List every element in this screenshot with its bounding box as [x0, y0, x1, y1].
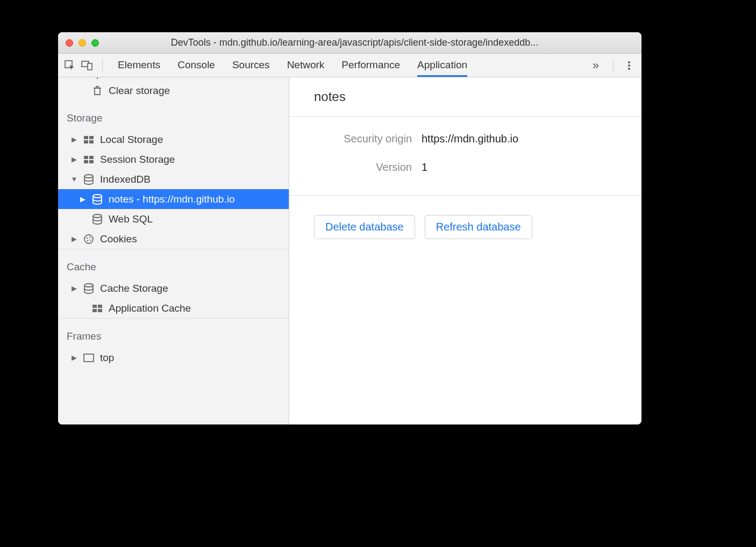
chevron-right-icon: ▶ — [80, 195, 86, 203]
grid-icon — [83, 154, 95, 165]
tab-application[interactable]: Application — [417, 54, 467, 77]
sidebar-item-indexeddb[interactable]: ▼ IndexedDB — [58, 169, 289, 189]
database-title: notes — [289, 77, 641, 117]
cookie-icon — [83, 233, 95, 245]
panel-tabs: Elements Console Sources Network Perform… — [118, 54, 583, 77]
trash-icon — [91, 85, 103, 97]
database-icon — [83, 174, 95, 185]
sidebar-item-label: Service Workers — [109, 77, 183, 80]
svg-rect-26 — [92, 309, 97, 312]
toolbar-separator — [613, 59, 614, 73]
tab-network[interactable]: Network — [287, 54, 325, 77]
tab-elements[interactable]: Elements — [118, 54, 160, 77]
application-sidebar: Service Workers Clear storage Storage ▶ … — [58, 77, 289, 424]
chevron-right-icon: ▶ — [71, 284, 77, 292]
toolbar-separator — [102, 59, 103, 73]
tab-performance[interactable]: Performance — [341, 54, 400, 77]
tab-sources[interactable]: Sources — [232, 54, 270, 77]
sidebar-item-label: Web SQL — [109, 213, 153, 225]
svg-rect-28 — [84, 354, 94, 362]
svg-rect-14 — [89, 160, 94, 163]
sidebar-item-label: Cookies — [100, 233, 137, 245]
frame-icon — [83, 352, 95, 364]
svg-rect-10 — [89, 140, 94, 143]
sidebar-item-session-storage[interactable]: ▶ Session Storage — [58, 149, 289, 169]
svg-point-3 — [628, 61, 630, 63]
tabs-overflow-icon[interactable]: » — [587, 59, 604, 73]
delete-database-button[interactable]: Delete database — [314, 215, 415, 239]
svg-point-23 — [84, 284, 93, 287]
sidebar-item-clear-storage[interactable]: Clear storage — [58, 81, 289, 100]
version-row: Version 1 — [314, 161, 617, 174]
sidebar-item-top-frame[interactable]: ▶ top — [58, 348, 289, 368]
svg-rect-27 — [98, 309, 102, 312]
main-panel: notes Security origin https://mdn.github… — [289, 77, 641, 424]
sidebar-item-indexeddb-notes[interactable]: ▶ notes - https://mdn.github.io — [58, 189, 289, 209]
database-icon — [91, 213, 103, 225]
svg-point-19 — [87, 237, 88, 239]
refresh-database-button[interactable]: Refresh database — [425, 215, 532, 239]
sidebar-section-frames: Frames — [58, 318, 289, 348]
sidebar-item-label: notes - https://mdn.github.io — [109, 193, 234, 205]
svg-rect-24 — [92, 305, 97, 308]
svg-point-5 — [628, 68, 630, 70]
chevron-down-icon: ▼ — [71, 175, 77, 183]
chevron-right-icon: ▶ — [71, 235, 77, 243]
database-icon — [91, 193, 103, 205]
security-origin-row: Security origin https://mdn.github.io — [314, 133, 617, 145]
sidebar-item-label: Application Cache — [109, 303, 191, 314]
svg-rect-13 — [84, 160, 88, 163]
tab-console[interactable]: Console — [177, 54, 215, 77]
svg-rect-9 — [84, 140, 88, 143]
database-icon — [83, 283, 95, 294]
sidebar-item-application-cache[interactable]: Application Cache — [58, 298, 289, 318]
database-actions: Delete database Refresh database — [289, 196, 641, 258]
sidebar-item-cache-storage[interactable]: ▶ Cache Storage — [58, 278, 289, 298]
svg-rect-12 — [89, 156, 94, 159]
chevron-right-icon: ▶ — [71, 135, 77, 143]
sidebar-section-cache: Cache — [58, 249, 289, 278]
sidebar-item-label: Session Storage — [100, 154, 175, 165]
device-toggle-icon[interactable] — [81, 59, 94, 72]
sidebar-section-storage: Storage — [58, 107, 289, 129]
svg-point-22 — [87, 240, 89, 241]
sidebar-item-local-storage[interactable]: ▶ Local Storage — [58, 129, 289, 149]
database-info: Security origin https://mdn.github.io Ve… — [289, 117, 641, 196]
sidebar-item-label: top — [100, 352, 114, 364]
sidebar-item-label: Cache Storage — [100, 283, 168, 294]
svg-point-18 — [84, 235, 93, 243]
grid-icon — [83, 134, 95, 146]
svg-point-15 — [84, 175, 93, 178]
svg-point-16 — [93, 195, 102, 198]
devtools-window: DevTools - mdn.github.io/learning-area/j… — [58, 32, 641, 424]
sidebar-item-web-sql[interactable]: Web SQL — [58, 209, 289, 229]
devtools-menu-icon[interactable] — [622, 60, 636, 71]
panel-body: Service Workers Clear storage Storage ▶ … — [58, 77, 641, 424]
svg-rect-25 — [98, 305, 102, 308]
version-value: 1 — [422, 161, 427, 174]
devtools-toolbar: Elements Console Sources Network Perform… — [58, 54, 641, 77]
sidebar-item-cookies[interactable]: ▶ Cookies — [58, 229, 289, 249]
titlebar: DevTools - mdn.github.io/learning-area/j… — [58, 32, 641, 54]
close-window-button[interactable] — [66, 39, 73, 47]
svg-point-21 — [90, 239, 91, 241]
sidebar-item-label: Clear storage — [109, 85, 170, 97]
version-label: Version — [314, 161, 422, 174]
security-origin-label: Security origin — [314, 133, 422, 145]
grid-icon — [91, 303, 103, 314]
svg-point-4 — [628, 64, 630, 67]
inspect-element-icon[interactable] — [63, 59, 76, 72]
window-title: DevTools - mdn.github.io/learning-area/j… — [75, 37, 634, 48]
chevron-right-icon: ▶ — [71, 354, 77, 362]
gear-icon — [91, 77, 103, 80]
chevron-right-icon: ▶ — [71, 155, 77, 163]
svg-rect-7 — [84, 136, 88, 139]
svg-rect-11 — [84, 156, 88, 159]
sidebar-item-label: IndexedDB — [100, 174, 151, 185]
svg-rect-2 — [88, 63, 92, 70]
svg-point-20 — [89, 236, 91, 238]
svg-point-17 — [93, 214, 102, 218]
sidebar-item-label: Local Storage — [100, 134, 163, 146]
security-origin-value: https://mdn.github.io — [422, 133, 518, 145]
svg-rect-8 — [89, 136, 94, 139]
